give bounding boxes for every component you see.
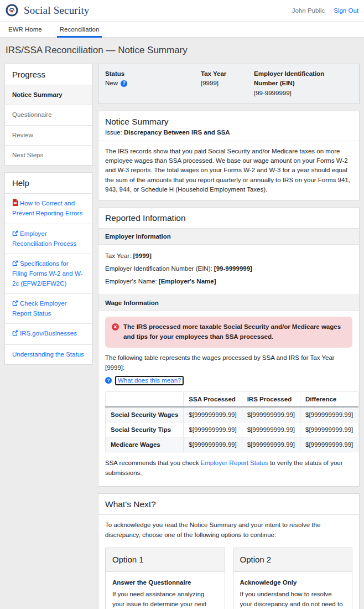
notice-summary-header: Notice Summary Issue: Discrepancy Betwee… bbox=[98, 111, 359, 141]
header-user-area: John Public Sign Out bbox=[292, 7, 358, 14]
error-alert-text: The IRS processed more taxable Social Se… bbox=[123, 322, 346, 342]
status-label: Status bbox=[105, 69, 195, 79]
employer-tax-year-line: Tax Year: [9999] bbox=[105, 251, 352, 261]
whats-next-intro: To acknowledge you read the Notice Summa… bbox=[105, 520, 352, 540]
brand-title: Social Security bbox=[24, 4, 90, 17]
progress-step-review: Review bbox=[5, 125, 92, 145]
tax-year-value: [9999] bbox=[201, 79, 248, 88]
help-link-employer-reconciliation-process[interactable]: Employer Reconciliation Process bbox=[12, 230, 76, 247]
reported-information-card: Reported Information Employer Informatio… bbox=[98, 207, 360, 487]
progress-steps: Notice Summary Questionnaire Review Next… bbox=[5, 85, 92, 165]
employer-name-value: [Employer's Name] bbox=[159, 278, 216, 285]
primary-nav: EWR Home Reconciliation bbox=[0, 22, 364, 38]
wage-col-difference: Difference bbox=[300, 391, 358, 407]
row-label-medicare-wages: Medicare Wages bbox=[106, 437, 184, 452]
tax-year-label: Tax Year bbox=[201, 69, 248, 79]
option-2-heading: Acknowledge Only bbox=[240, 578, 346, 587]
tax-year-field: Tax Year [9999] bbox=[201, 69, 254, 98]
whats-next-title: What's Next? bbox=[105, 499, 352, 509]
help-item: How to Correct and Prevent Reporting Err… bbox=[5, 193, 92, 224]
wage-col-blank bbox=[106, 391, 184, 407]
tab-reconciliation[interactable]: Reconciliation bbox=[57, 22, 102, 38]
help-circle-icon[interactable]: ? bbox=[105, 377, 112, 384]
wage-table-header-row: SSA Processed IRS Processed Difference bbox=[106, 391, 358, 407]
status-value-row: New? bbox=[105, 79, 195, 88]
page-title-bar: IRS/SSA Reconciliation — Notice Summary bbox=[0, 38, 364, 63]
option-2-title: Option 2 bbox=[233, 548, 352, 572]
employer-ein-value: [99-9999999] bbox=[214, 265, 252, 272]
page-title: IRS/SSA Reconciliation — Notice Summary bbox=[6, 45, 358, 56]
content: Progress Notice Summary Questionnaire Re… bbox=[0, 63, 364, 609]
external-link-icon bbox=[12, 300, 18, 309]
status-field: Status New? bbox=[105, 69, 201, 98]
page: Social Security John Public Sign Out EWR… bbox=[0, 0, 364, 609]
ss-tips-irs: $[999999999.99] bbox=[242, 422, 300, 437]
medicare-wages-ssa: $[999999999.99] bbox=[184, 437, 242, 452]
wage-information-body: × The IRS processed more taxable Social … bbox=[98, 311, 359, 486]
reported-information-header: Reported Information bbox=[98, 208, 359, 228]
employer-tax-year-value: [9999] bbox=[133, 252, 152, 259]
reported-information-title: Reported Information bbox=[105, 213, 352, 223]
wage-table-intro: The following table represents the wages… bbox=[105, 353, 352, 373]
medicare-wages-diff: $[999999999.99] bbox=[300, 437, 358, 452]
help-item: Specifications for Filing Forms W-2 and … bbox=[5, 254, 92, 293]
medicare-wages-irs: $[999999999.99] bbox=[242, 437, 300, 452]
issue-line: Issue: Discrepancy Between IRS and SSA bbox=[105, 129, 352, 136]
option-2-card: Option 2 Acknowledge Only If you underst… bbox=[233, 548, 353, 609]
app-header: Social Security John Public Sign Out bbox=[0, 0, 364, 22]
progress-panel: Progress Notice Summary Questionnaire Re… bbox=[4, 64, 93, 166]
help-link-correct-prevent-errors[interactable]: How to Correct and Prevent Reporting Err… bbox=[12, 200, 82, 216]
option-2-body: Acknowledge Only If you understand how t… bbox=[233, 572, 352, 609]
wage-col-irs-processed: IRS Processed bbox=[242, 391, 300, 407]
external-link-icon bbox=[12, 329, 18, 339]
wage-col-ssa-processed: SSA Processed bbox=[184, 391, 242, 407]
what-does-this-mean-link[interactable]: What does this mean? bbox=[115, 376, 184, 385]
notice-summary-body: The IRS records show that you paid Socia… bbox=[98, 141, 359, 200]
sidebar: Progress Notice Summary Questionnaire Re… bbox=[4, 64, 93, 371]
option-1-card: Option 1 Answer the Questionnaire If you… bbox=[105, 548, 225, 609]
ssa-seal-logo bbox=[6, 4, 18, 18]
error-icon: × bbox=[112, 323, 119, 331]
tab-ewr-home[interactable]: EWR Home bbox=[6, 22, 45, 38]
wage-table: SSA Processed IRS Processed Difference S… bbox=[105, 391, 358, 452]
options-row: Option 1 Answer the Questionnaire If you… bbox=[105, 548, 352, 609]
employer-information-body: Tax Year: [9999] Employer Identification… bbox=[98, 245, 359, 295]
ss-wages-ssa: $[999999999.99] bbox=[184, 407, 242, 422]
option-2-description: If you understand how to resolve your di… bbox=[240, 590, 346, 609]
ein-field: Employer Identification Number (EIN) [99… bbox=[254, 69, 352, 98]
issue-value: Discrepancy Between IRS and SSA bbox=[124, 129, 230, 136]
help-links: How to Correct and Prevent Reporting Err… bbox=[5, 193, 92, 364]
employer-name-line: Employer's Name: [Employer's Name] bbox=[105, 277, 352, 287]
help-item: Employer Reconciliation Process bbox=[5, 224, 92, 254]
sign-out-link[interactable]: Sign Out bbox=[334, 7, 358, 14]
progress-title: Progress bbox=[5, 64, 92, 85]
progress-step-questionnaire: Questionnaire bbox=[5, 105, 92, 125]
help-link-irs-gov-businesses[interactable]: IRS.gov/Businesses bbox=[12, 330, 77, 337]
whats-next-card: What's Next? To acknowledge you read the… bbox=[98, 493, 360, 609]
help-item: Understanding the Status bbox=[5, 344, 92, 364]
external-link-icon bbox=[12, 230, 18, 239]
notice-summary-text: The IRS records show that you paid Socia… bbox=[105, 148, 350, 193]
table-row: Social Security Tips $[999999999.99] $[9… bbox=[106, 422, 358, 437]
status-value: New bbox=[105, 80, 118, 86]
help-item: Check Employer Report Status bbox=[5, 293, 92, 324]
ss-tips-diff: $[999999999.99] bbox=[300, 422, 358, 437]
help-link-understanding-the-status[interactable]: Understanding the Status bbox=[12, 351, 84, 358]
option-1-title: Option 1 bbox=[106, 548, 225, 572]
option-1-description: If you need assistance analyzing your is… bbox=[112, 590, 218, 609]
brand: Social Security bbox=[6, 4, 90, 18]
status-help-icon[interactable]: ? bbox=[121, 80, 127, 87]
employer-report-status-link[interactable]: Employer Report Status bbox=[201, 460, 268, 466]
notice-summary-title: Notice Summary bbox=[105, 117, 352, 127]
what-does-this-mean-row: ? What does this mean? bbox=[105, 376, 352, 385]
table-row: Medicare Wages $[999999999.99] $[9999999… bbox=[106, 437, 358, 452]
help-link-check-employer-report-status[interactable]: Check Employer Report Status bbox=[12, 300, 66, 317]
recommend-line: SSA recommends that you check Employer R… bbox=[105, 458, 352, 478]
issue-label: Issue: bbox=[105, 129, 122, 136]
help-panel: Help How to Correct and Prevent Reportin… bbox=[4, 172, 93, 365]
row-label-ss-wages: Social Security Wages bbox=[106, 407, 184, 422]
row-label-ss-tips: Social Security Tips bbox=[106, 422, 184, 437]
external-link-icon bbox=[12, 260, 18, 269]
notice-summary-card: Notice Summary Issue: Discrepancy Betwee… bbox=[98, 111, 360, 200]
help-link-efw2-specifications[interactable]: Specifications for Filing Forms W-2 and … bbox=[12, 260, 82, 287]
